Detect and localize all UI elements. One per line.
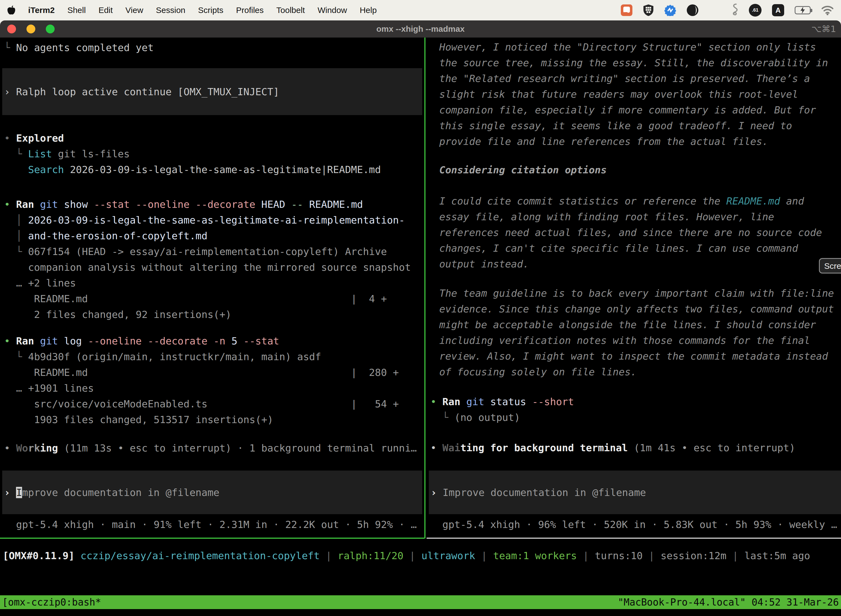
agents-status-line: └ No agents completed yet xyxy=(4,40,424,56)
menu-item-shell[interactable]: Shell xyxy=(67,6,86,15)
git-status-block: • Ran git status --short └ (no output) xyxy=(431,394,841,425)
menu-item-window[interactable]: Window xyxy=(318,6,347,15)
apple-menu-icon[interactable] xyxy=(7,5,15,15)
chat-app-icon[interactable] xyxy=(621,4,632,16)
menu-item-help[interactable]: Help xyxy=(360,6,377,15)
session-status-left: gpt-5.4 xhigh · main · 91% left · 2.31M … xyxy=(4,517,424,532)
ralph-loop-box: › Ralph loop active continue [OMX_TMUX_I… xyxy=(2,68,422,115)
reasoning-paragraph-2: I could cite commit statistics or refere… xyxy=(439,193,841,272)
crescent-circle-icon[interactable] xyxy=(687,4,699,16)
git-log-block: • Ran git log --oneline --decorate -n 5 … xyxy=(4,333,424,427)
omx-status-line: [OMX#0.11.9] cczip/essay/ai-reimplementa… xyxy=(3,548,810,563)
terminal-window: └ No agents completed yet › Ralph loop a… xyxy=(0,38,841,616)
prompt-input-right[interactable]: › Improve documentation in @filename xyxy=(429,471,841,514)
menu-item-iterm2[interactable]: iTerm2 xyxy=(28,6,55,15)
menu-item-scripts[interactable]: Scripts xyxy=(198,6,224,15)
menu-item-profiles[interactable]: Profiles xyxy=(236,6,264,15)
screen-share-pill-label: Scre xyxy=(824,258,841,274)
verified-badge-icon[interactable] xyxy=(664,4,676,16)
window-title: omx --xhigh --madmax xyxy=(0,24,841,34)
battery-charging-icon[interactable] xyxy=(795,6,811,14)
battery-percent-circle-icon[interactable]: .61 xyxy=(749,4,762,16)
tmux-host-clock-label: "MacBook-Pro-44.local" 04:52 31-Mar-26 xyxy=(618,594,839,610)
minimize-button[interactable] xyxy=(26,25,35,34)
battery-percent-label: .61 xyxy=(752,7,759,13)
git-show-block: • Ran git show --stat --oneline --decora… xyxy=(4,197,424,322)
window-shortcut-badge: ⌥⌘1 xyxy=(812,21,836,38)
input-source-icon[interactable]: A xyxy=(772,4,784,16)
titlebar-strip: omx --xhigh --madmax ⌥⌘1 xyxy=(0,21,841,38)
right-pane-bottom-border xyxy=(426,538,841,539)
macos-menu-bar: iTerm2 Shell Edit View Session Scripts P… xyxy=(0,0,841,21)
menu-item-edit[interactable]: Edit xyxy=(98,6,113,15)
explored-block: • Explored └ List git ls-files Search 20… xyxy=(4,130,424,177)
left-pane[interactable]: └ No agents completed yet › Ralph loop a… xyxy=(0,38,424,538)
dots-grid-icon[interactable] xyxy=(709,5,720,16)
reasoning-paragraph-1: However, I noticed the "Directory Struct… xyxy=(439,39,841,149)
left-pane-bottom-border xyxy=(0,538,424,539)
zoom-button[interactable] xyxy=(46,25,55,34)
screen-share-pill[interactable]: Scre xyxy=(819,258,841,273)
reasoning-paragraph-3: The team guideline is to back every impo… xyxy=(439,285,841,380)
shield-grid-icon[interactable] xyxy=(643,4,654,16)
menu-item-session[interactable]: Session xyxy=(156,6,185,15)
hook-squiggle-icon[interactable] xyxy=(731,3,738,17)
input-source-label: A xyxy=(776,6,781,15)
close-button[interactable] xyxy=(7,25,16,34)
session-status-right: gpt-5.4 xhigh · 96% left · 520K in · 5.8… xyxy=(431,517,841,532)
menu-item-view[interactable]: View xyxy=(126,6,143,15)
tmux-session-label[interactable]: [omx-cczip0:bash* xyxy=(2,594,101,610)
pane-divider[interactable] xyxy=(424,38,425,538)
menu-item-toolbelt[interactable]: Toolbelt xyxy=(277,6,305,15)
prompt-input-left[interactable]: › Improve documentation in @filename xyxy=(2,471,422,514)
tmux-status-bar: [omx-cczip0:bash* "MacBook-Pro-44.local"… xyxy=(0,595,841,609)
wifi-icon[interactable] xyxy=(821,5,834,15)
window-title-bar: omx --xhigh --madmax ⌥⌘1 xyxy=(0,21,841,38)
working-status-line: • Working (11m 13s • esc to interrupt) ·… xyxy=(4,440,424,456)
reasoning-heading: Considering citation options xyxy=(439,162,841,178)
waiting-status-line: • Waiting for background terminal (1m 41… xyxy=(431,440,841,456)
right-pane[interactable]: However, I noticed the "Directory Struct… xyxy=(426,38,841,538)
